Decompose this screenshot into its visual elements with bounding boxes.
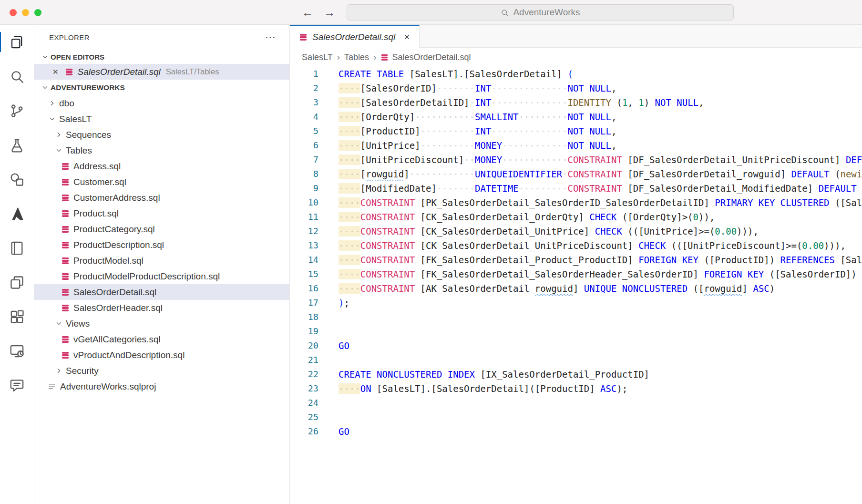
code-line-25[interactable]: 25 — [290, 410, 862, 424]
activity-bar-item-source-control[interactable] — [0, 93, 34, 128]
tree-item-productmodelproductdescription-sql[interactable]: ProductModelProductDescription.sql — [34, 268, 289, 284]
tree-item-tables[interactable]: Tables — [34, 143, 289, 158]
line-number[interactable]: 2 — [290, 81, 318, 95]
line-number[interactable]: 24 — [290, 396, 318, 410]
code-line-13[interactable]: 13····CONSTRAINT [CK_SalesOrderDetail_Un… — [290, 238, 862, 253]
tree-item-vproductanddescription-sql[interactable]: vProductAndDescription.sql — [34, 347, 289, 363]
back-button[interactable]: ← — [302, 6, 313, 19]
line-number[interactable]: 13 — [290, 238, 318, 253]
code-line-7[interactable]: 7····[UnitPriceDiscount]··MONEY·········… — [290, 153, 862, 167]
code-line-15[interactable]: 15····CONSTRAINT [FK_SalesOrderDetail_Sa… — [290, 267, 862, 281]
tree-item-productcategory-sql[interactable]: ProductCategory.sql — [34, 221, 289, 237]
code-line-5[interactable]: 5····[ProductID]··········INT···········… — [290, 124, 862, 138]
tree-item-customeraddress-sql[interactable]: CustomerAddress.sql — [34, 190, 289, 206]
breadcrumb-item-tables[interactable]: Tables — [344, 52, 369, 62]
line-number[interactable]: 15 — [290, 267, 318, 281]
code-line-11[interactable]: 11····CONSTRAINT [CK_SalesOrderDetail_Or… — [290, 210, 862, 224]
activity-bar-item-comments[interactable] — [0, 368, 34, 402]
tree-item-saleslt[interactable]: SalesLT — [34, 111, 289, 127]
line-number[interactable]: 9 — [290, 181, 318, 195]
code-line-8[interactable]: 8····[rowguid]············UNIQUEIDENTIFI… — [290, 167, 862, 181]
code-line-4[interactable]: 4····[OrderQty]···········SMALLINT······… — [290, 110, 862, 124]
code-line-12[interactable]: 12····CONSTRAINT [CK_SalesOrderDetail_Un… — [290, 224, 862, 238]
close-editor-icon[interactable]: ✕ — [52, 68, 59, 76]
open-editor-item[interactable]: ✕ SalesOrderDetail.sql SalesLT/Tables — [34, 64, 289, 80]
line-number[interactable]: 10 — [290, 195, 318, 210]
line-number[interactable]: 6 — [290, 138, 318, 153]
activity-bar-item-editor-groups[interactable] — [0, 265, 34, 299]
line-number[interactable]: 21 — [290, 353, 318, 367]
more-actions-button[interactable]: ⋯ — [265, 31, 276, 44]
line-number[interactable]: 5 — [290, 124, 318, 138]
code-line-21[interactable]: 21 — [290, 353, 862, 367]
code-line-1[interactable]: 1CREATE TABLE [SalesLT].[SalesOrderDetai… — [290, 67, 862, 81]
line-number[interactable]: 11 — [290, 210, 318, 224]
line-number[interactable]: 8 — [290, 167, 318, 181]
code-line-23[interactable]: 23····ON [SalesLT].[SalesOrderDetail]([P… — [290, 381, 862, 396]
code-line-16[interactable]: 16····CONSTRAINT [AK_SalesOrderDetail_ro… — [290, 281, 862, 296]
project-section-header[interactable]: ADVENTUREWORKS — [34, 80, 289, 95]
line-number[interactable]: 16 — [290, 281, 318, 296]
tree-item-vgetallcategories-sql[interactable]: vGetAllCategories.sql — [34, 331, 289, 347]
tree-item-adventureworks-sqlproj[interactable]: AdventureWorks.sqlproj — [34, 379, 289, 394]
code-line-18[interactable]: 18 — [290, 310, 862, 324]
tree-item-productmodel-sql[interactable]: ProductModel.sql — [34, 253, 289, 268]
forward-button[interactable]: → — [324, 6, 335, 19]
code-line-content: ····[UnitPrice]··········MONEY··········… — [318, 138, 862, 153]
minimize-window-button[interactable] — [22, 9, 29, 16]
activity-bar-item-components[interactable] — [0, 162, 34, 196]
tree-item-productdescription-sql[interactable]: ProductDescription.sql — [34, 237, 289, 253]
line-number[interactable]: 18 — [290, 310, 318, 324]
line-number[interactable]: 26 — [290, 424, 318, 439]
code-line-6[interactable]: 6····[UnitPrice]··········MONEY·········… — [290, 138, 862, 153]
activity-bar-item-search[interactable] — [0, 59, 34, 93]
close-tab-icon[interactable]: ✕ — [404, 33, 410, 41]
code-line-9[interactable]: 9····[ModifiedDate]·······DATETIME······… — [290, 181, 862, 195]
code-line-26[interactable]: 26GO — [290, 424, 862, 439]
code-editor[interactable]: 1CREATE TABLE [SalesLT].[SalesOrderDetai… — [290, 67, 862, 504]
breadcrumb-item-saleslt[interactable]: SalesLT — [302, 52, 333, 62]
activity-bar-item-azure[interactable] — [0, 196, 34, 231]
code-line-20[interactable]: 20GO — [290, 339, 862, 353]
code-line-3[interactable]: 3····[SalesOrderDetailID]·INT···········… — [290, 95, 862, 110]
line-number[interactable]: 17 — [290, 296, 318, 310]
line-number[interactable]: 1 — [290, 67, 318, 81]
line-number[interactable]: 3 — [290, 95, 318, 110]
line-number[interactable]: 23 — [290, 381, 318, 396]
tree-item-sequences[interactable]: Sequences — [34, 127, 289, 143]
tree-item-customer-sql[interactable]: Customer.sql — [34, 174, 289, 190]
tree-item-salesorderheader-sql[interactable]: SalesOrderHeader.sql — [34, 300, 289, 316]
line-number[interactable]: 14 — [290, 253, 318, 267]
activity-bar-item-testing[interactable] — [0, 128, 34, 162]
code-line-10[interactable]: 10····CONSTRAINT [PK_SalesOrderDetail_Sa… — [290, 195, 862, 210]
line-number[interactable]: 25 — [290, 410, 318, 424]
code-line-22[interactable]: 22CREATE NONCLUSTERED INDEX [IX_SalesOrd… — [290, 367, 862, 381]
tree-item-views[interactable]: Views — [34, 316, 289, 331]
activity-bar-item-extensions[interactable] — [0, 299, 34, 334]
tree-item-product-sql[interactable]: Product.sql — [34, 206, 289, 221]
activity-bar-item-explorer[interactable] — [0, 25, 34, 59]
open-editors-section-header[interactable]: OPEN EDITORS — [34, 50, 289, 64]
line-number[interactable]: 22 — [290, 367, 318, 381]
tree-item-salesorderdetail-sql[interactable]: SalesOrderDetail.sql — [34, 284, 289, 300]
command-center[interactable]: AdventureWorks — [347, 4, 734, 21]
code-line-14[interactable]: 14····CONSTRAINT [FK_SalesOrderDetail_Pr… — [290, 253, 862, 267]
line-number[interactable]: 7 — [290, 153, 318, 167]
code-line-24[interactable]: 24 — [290, 396, 862, 410]
line-number[interactable]: 19 — [290, 324, 318, 339]
tree-item-address-sql[interactable]: Address.sql — [34, 158, 289, 174]
breadcrumb-item-salesorderdetail-sql[interactable]: SalesOrderDetail.sql — [380, 52, 471, 62]
code-line-17[interactable]: 17); — [290, 296, 862, 310]
tree-item-security[interactable]: Security — [34, 363, 289, 379]
line-number[interactable]: 20 — [290, 339, 318, 353]
code-line-19[interactable]: 19 — [290, 324, 862, 339]
tab-salesorderdetail-sql[interactable]: SalesOrderDetail.sql ✕ — [290, 25, 420, 48]
code-line-2[interactable]: 2····[SalesOrderID]·······INT···········… — [290, 81, 862, 95]
line-number[interactable]: 12 — [290, 224, 318, 238]
tree-item-dbo[interactable]: dbo — [34, 95, 289, 111]
close-window-button[interactable] — [10, 9, 17, 16]
activity-bar-item-remote-explorer[interactable] — [0, 334, 34, 368]
line-number[interactable]: 4 — [290, 110, 318, 124]
activity-bar-item-notebooks[interactable] — [0, 231, 34, 265]
zoom-window-button[interactable] — [34, 9, 41, 16]
